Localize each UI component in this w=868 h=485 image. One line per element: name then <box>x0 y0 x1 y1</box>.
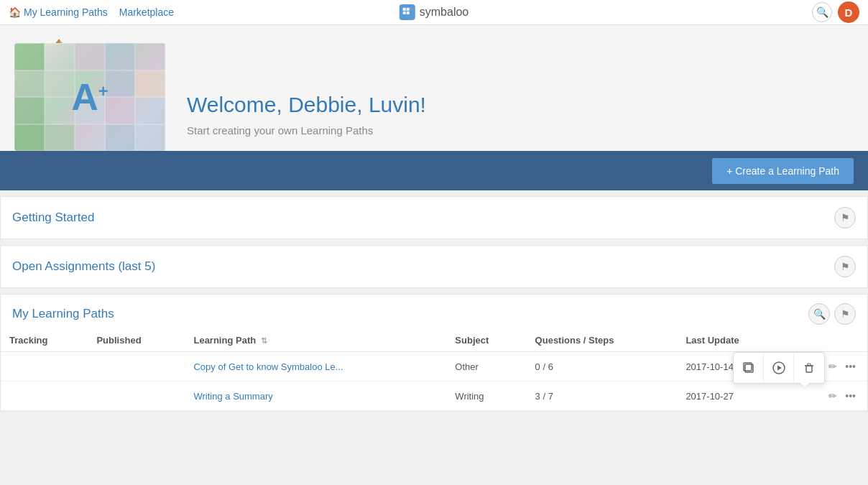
popup-play-button[interactable] <box>764 353 794 383</box>
hero-subtitle: Start creating your own Learning Paths <box>187 124 832 137</box>
blue-bar: + Create a Learning Path <box>0 151 868 190</box>
symbaloo-grid-icon <box>402 7 412 17</box>
my-learning-paths-label: My Learning Paths <box>24 6 108 18</box>
row1-more-button[interactable]: ••• <box>842 359 859 374</box>
hero-card: A+ <box>14 43 165 151</box>
col-actions <box>788 329 867 352</box>
row2-tracking <box>1 382 88 411</box>
play-icon <box>772 361 785 374</box>
open-assignments-section: Open Assignments (last 5) ⚑ <box>0 245 868 288</box>
row2-learning-path-link[interactable]: Writing a Summary <box>193 391 272 402</box>
row2-published <box>88 382 185 411</box>
svg-rect-2 <box>403 11 406 14</box>
table-search-button[interactable]: 🔍 <box>808 303 830 325</box>
open-assignments-header: Open Assignments (last 5) ⚑ <box>1 246 867 287</box>
delete-icon <box>803 361 816 374</box>
row2-learning-path: Writing a Summary <box>185 382 446 411</box>
getting-started-header: Getting Started ⚑ <box>1 197 867 239</box>
table-flag-button[interactable]: ⚑ <box>834 303 856 325</box>
col-last-update: Last Update <box>677 329 788 352</box>
row2-more-button[interactable]: ••• <box>842 389 859 403</box>
search-button[interactable]: 🔍 <box>812 2 832 22</box>
create-learning-path-button[interactable]: + Create a Learning Path <box>712 158 854 184</box>
my-learning-paths-title: My Learning Paths <box>12 307 114 321</box>
logo-text: symbaloo <box>420 6 468 19</box>
row1-subject: Other <box>446 352 526 382</box>
svg-rect-3 <box>407 11 410 14</box>
row1-learning-path: Copy of Get to know Symbaloo Le... <box>185 352 446 382</box>
getting-started-title: Getting Started <box>12 211 94 225</box>
table-header-actions: 🔍 ⚑ <box>808 303 856 325</box>
row2-last-update: 2017-10-27 <box>677 382 788 411</box>
user-initial: D <box>845 6 853 19</box>
svg-marker-10 <box>777 366 782 371</box>
table-row: Writing a Summary Writing 3 / 7 2017-10-… <box>1 382 867 411</box>
row1-qs: 0 / 6 <box>527 352 678 382</box>
user-avatar[interactable]: D <box>838 1 859 23</box>
svg-rect-0 <box>403 8 406 11</box>
flag-icon: ⚑ <box>841 212 850 223</box>
home-icon: 🏠 <box>9 6 21 18</box>
table-search-icon: 🔍 <box>813 308 826 320</box>
nav-links: 🏠 My Learning Paths Marketplace <box>9 6 174 18</box>
copy-icon <box>742 361 755 374</box>
nav-right: 🔍 D <box>812 1 859 23</box>
row1-learning-path-link[interactable]: Copy of Get to know Symbaloo Le... <box>193 361 343 372</box>
my-learning-paths-header: My Learning Paths 🔍 ⚑ <box>1 295 867 329</box>
svg-rect-13 <box>808 364 811 366</box>
marketplace-label: Marketplace <box>119 6 174 18</box>
trash-svg-icon <box>803 361 816 374</box>
hero-text: Welcome, Debbie, Luvin! Start creating y… <box>165 78 854 151</box>
open-assignments-title: Open Assignments (last 5) <box>12 259 155 274</box>
logo-icon <box>400 4 415 20</box>
col-questions-steps: Questions / Steps <box>527 329 678 352</box>
table-header-row: Tracking Published Learning Path ⇅ Subje… <box>1 329 867 352</box>
row1-tracking <box>1 352 88 382</box>
table-head: Tracking Published Learning Path ⇅ Subje… <box>1 329 867 352</box>
row1-edit-button[interactable]: ✏ <box>826 359 840 374</box>
table-flag-icon: ⚑ <box>841 308 850 320</box>
flag-icon-2: ⚑ <box>841 261 850 272</box>
row2-subject: Writing <box>446 382 526 411</box>
sort-icon: ⇅ <box>261 336 267 345</box>
marketplace-link[interactable]: Marketplace <box>119 6 174 18</box>
play-svg-icon <box>772 361 785 374</box>
open-assignments-expand-button[interactable]: ⚑ <box>834 256 856 277</box>
my-learning-paths-link[interactable]: 🏠 My Learning Paths <box>9 6 108 18</box>
hero-section: A+ Welcome, Debbie, Luvin! Start creatin… <box>0 25 868 151</box>
row1-published <box>88 352 185 382</box>
popup-copy-button[interactable] <box>734 353 764 383</box>
hero-welcome: Welcome, Debbie, Luvin! <box>187 93 832 117</box>
logo: symbaloo <box>400 4 468 20</box>
col-subject: Subject <box>446 329 526 352</box>
row2-edit-button[interactable]: ✏ <box>826 389 840 403</box>
popup-delete-button[interactable] <box>794 353 824 383</box>
top-navigation: 🏠 My Learning Paths Marketplace symbaloo… <box>0 0 868 25</box>
copy-svg-icon <box>742 361 755 374</box>
col-tracking: Tracking <box>1 329 88 352</box>
svg-rect-1 <box>407 8 410 11</box>
getting-started-expand-button[interactable]: ⚑ <box>834 207 856 228</box>
col-learning-path[interactable]: Learning Path ⇅ <box>185 329 446 352</box>
search-icon: 🔍 <box>816 6 828 18</box>
row2-qs: 3 / 7 <box>527 382 678 411</box>
svg-rect-11 <box>806 366 812 372</box>
row-action-popup <box>733 352 825 384</box>
getting-started-section: Getting Started ⚑ <box>0 196 868 239</box>
col-published: Published <box>88 329 185 352</box>
hero-grade: A+ <box>71 75 108 119</box>
